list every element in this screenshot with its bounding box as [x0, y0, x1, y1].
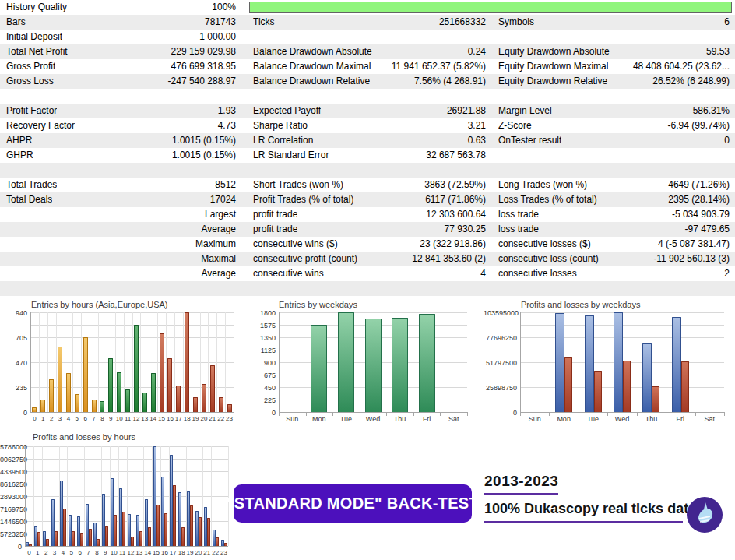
x-tick-label: 23 [225, 415, 234, 423]
table-row: Maximalconsecutive profit (count)12 841 … [0, 252, 735, 266]
y-tick-label: 675 [257, 372, 276, 379]
table-cell: Equity Drawdown Relative26.52% (6 248.99… [491, 74, 735, 89]
stat-value: 26921.88 [447, 104, 486, 118]
chart-bar [164, 513, 167, 546]
x-tick-label: Thu [637, 415, 666, 423]
stat-value: Average [202, 266, 236, 281]
stat-value: 4 (-5 087 381.47) [658, 237, 730, 252]
v-gridline [208, 312, 209, 412]
table-cell [0, 89, 242, 104]
stat-label: Profit Trades (% of total) [253, 192, 353, 207]
x-tick-label: 12 [132, 415, 141, 423]
stat-value: Maximal [201, 252, 236, 266]
table-cell: Long Trades (won %)4649 (71.26%) [491, 178, 735, 192]
table-cell: Short Trades (won %)3863 (72.59%) [242, 178, 491, 192]
stat-label: Gross Loss [6, 74, 54, 89]
chart-bar [167, 358, 172, 412]
table-cell [242, 163, 491, 178]
x-tick-label: 11 [124, 415, 132, 423]
stat-label: Gross Profit [6, 59, 55, 74]
table-row [0, 163, 735, 178]
stat-label: Initial Deposit [6, 30, 62, 44]
chart-bar [173, 485, 176, 546]
y-tick-label: 470 [8, 359, 27, 367]
x-tick-label: 17 [174, 415, 183, 423]
table-row: Total Net Profit229 159 029.98Balance Dr… [0, 44, 735, 59]
v-gridline [157, 312, 158, 412]
stat-label: Short Trades (won %) [253, 178, 343, 192]
y-tick-label: 5786000 [0, 443, 22, 451]
chart-bar [207, 518, 210, 546]
stat-value: 4.73 [218, 118, 236, 133]
x-tick-label: 22 [216, 415, 225, 423]
chart-bar [185, 312, 189, 412]
x-tick-label: 10 [115, 415, 124, 423]
y-tick-label: 705 [8, 334, 27, 342]
chart-title: Entries by weekdays [279, 300, 357, 309]
table-cell: Ticks251668332 [242, 15, 491, 30]
stat-label: Z-Score [498, 118, 532, 133]
y-tick-label: 5723250 [0, 530, 22, 538]
x-tick-label: 0 [25, 549, 33, 557]
chart-entries-by-hours: Entries by hours (Asia,Europe,USA)023547… [8, 298, 241, 429]
x-tick-label: 18 [178, 549, 186, 557]
chart-bar [58, 347, 62, 412]
x-tick-label: 23 [220, 549, 228, 557]
stat-value: 32 687 563.78 [426, 148, 486, 163]
chart-bar [139, 531, 142, 546]
chart-bar [125, 389, 130, 412]
x-tick-label: Sun [520, 415, 549, 423]
chart-bar [40, 400, 45, 412]
chart-bar [365, 319, 382, 412]
x-tick-label: Tue [332, 415, 360, 423]
stat-value: -5 034 903.79 [672, 207, 730, 222]
stat-value: 12 841 353.60 (2) [412, 252, 486, 266]
stat-label: consecutive loss (count) [498, 252, 599, 266]
chart-bar [156, 505, 160, 546]
x-tick-label: 13 [135, 549, 143, 557]
table-cell [0, 163, 242, 178]
chart-bar [210, 365, 215, 412]
x-tick-label: 7 [84, 549, 93, 557]
stat-value: 0.63 [468, 133, 486, 148]
chart-bar [311, 325, 327, 412]
table-cell: Total Deals17024 [0, 192, 242, 207]
x-tick-label: 8 [93, 549, 101, 557]
y-tick-label: 8616250 [0, 481, 22, 488]
x-tick-label: 12 [127, 549, 135, 557]
v-gridline [152, 446, 153, 546]
chart-pl-by-weekdays: Profits and losses by weekdays0258987505… [484, 298, 732, 429]
table-cell: Maximal [0, 252, 242, 266]
table-row: History Quality100% [0, 0, 735, 15]
x-tick-label: 8 [98, 415, 107, 423]
chart-bar [97, 539, 100, 546]
stat-value: 100% [212, 0, 236, 15]
stat-label: loss trade [498, 222, 539, 237]
v-gridline [192, 312, 192, 412]
v-gridline [211, 446, 212, 546]
table-row [0, 89, 735, 104]
chart-bar [190, 505, 193, 546]
table-cell: Symbols6 [491, 15, 735, 30]
table-cell: Total Trades8512 [0, 178, 242, 192]
x-axis [279, 412, 467, 413]
chart-bar [105, 526, 108, 546]
table-cell: LR Correlation0.63 [242, 133, 491, 148]
stat-label: AHPR [6, 133, 32, 148]
v-gridline [135, 446, 135, 546]
stat-value: 6117 (71.86%) [425, 192, 486, 207]
table-row: Total Deals17024Profit Trades (% of tota… [0, 192, 735, 207]
x-tick-label: Sun [279, 415, 306, 423]
chart-bar [46, 539, 49, 546]
x-tick-label: 9 [101, 549, 110, 557]
x-axis [520, 412, 724, 413]
table-row: Gross Profit476 699 318.95Balance Drawdo… [0, 59, 735, 74]
stat-label: History Quality [6, 0, 67, 15]
stat-value: Average [202, 222, 236, 237]
x-tick-label: 21 [202, 549, 211, 557]
y-tick-label: 235 [8, 384, 27, 392]
y-tick-label: 940 [8, 309, 27, 317]
stat-value: 476 699 318.95 [171, 59, 236, 74]
y-tick-label: 1575 [257, 322, 276, 329]
table-cell: consecutive wins4 [242, 266, 491, 281]
